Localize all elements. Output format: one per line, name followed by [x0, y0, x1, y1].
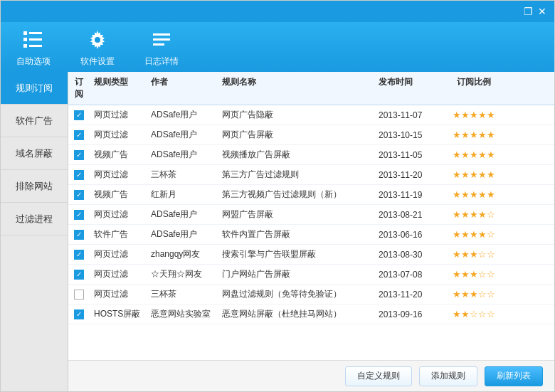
header-date: 发布时间	[374, 76, 445, 100]
sidebar: 规则订阅 软件广告 域名屏蔽 排除网站 过滤进程	[1, 72, 68, 391]
row-rating: ★★★★★	[445, 169, 502, 180]
row-date: 2013-11-20	[374, 290, 445, 300]
table-header: 订阅 规则类型 作者 规则名称 发布时间 订阅比例	[68, 72, 554, 105]
row-name: 网页广告屏蔽	[218, 129, 374, 141]
row-checkbox[interactable]	[68, 130, 90, 140]
toolbar-software-settings[interactable]: 软件设置	[76, 27, 119, 68]
row-date: 2013-11-20	[374, 170, 445, 180]
sidebar-item-domain-block[interactable]: 域名屏蔽	[1, 137, 68, 170]
custom-rule-button[interactable]: 自定义规则	[345, 366, 412, 386]
row-author: 三杯茶	[147, 169, 218, 181]
toolbar-log-details[interactable]: 日志详情	[140, 27, 183, 68]
sidebar-item-software-ads[interactable]: 软件广告	[1, 105, 68, 137]
row-rating: ★★★★★	[445, 129, 502, 140]
gear-icon	[85, 27, 110, 53]
close-button[interactable]: ✕	[536, 5, 549, 18]
table-row: 网页过滤 三杯茶 第三方广告过滤规则 2013-11-20 ★★★★★	[68, 165, 554, 185]
sidebar-item-rule-subscribe[interactable]: 规则订阅	[1, 72, 68, 105]
table-row: 网页过滤 ADSafe用户 网页广告屏蔽 2013-10-15 ★★★★★	[68, 125, 554, 145]
header-rating: 订阅比例	[445, 76, 502, 100]
row-name: 视频播放广告屏蔽	[218, 149, 374, 161]
row-rating: ★★★★★	[445, 110, 502, 120]
row-name: 软件内置广告屏蔽	[218, 228, 374, 240]
row-date: 2013-11-05	[374, 150, 445, 160]
table-row: 视频广告 红新月 第三方视频广告过滤规则（新） 2013-11-19 ★★★★★	[68, 185, 554, 205]
header-subscribe: 订阅	[68, 76, 90, 100]
titlebar: ❐ ✕	[1, 1, 554, 22]
row-checkbox[interactable]	[68, 309, 90, 319]
row-type: 软件广告	[90, 228, 147, 240]
row-rating: ★★★☆☆	[445, 289, 502, 300]
row-checkbox[interactable]	[68, 150, 90, 160]
row-name: 搜索引擎与广告联盟屏蔽	[218, 248, 374, 260]
row-checkbox[interactable]	[68, 230, 90, 240]
header-author: 作者	[147, 76, 218, 100]
row-type: 网页过滤	[90, 268, 147, 280]
row-checkbox[interactable]	[68, 110, 90, 120]
row-date: 2013-08-21	[374, 210, 445, 220]
row-type: 视频广告	[90, 189, 147, 201]
log-icon	[149, 27, 174, 53]
row-type: 网页过滤	[90, 288, 147, 300]
toolbar-software-settings-label: 软件设置	[80, 55, 115, 68]
header-type: 规则类型	[90, 76, 147, 100]
row-checkbox[interactable]	[68, 250, 90, 260]
row-name: 恶意网站屏蔽（杜绝挂马网站）	[218, 308, 374, 320]
row-name: 网盘过滤规则（免等待免验证）	[218, 288, 374, 300]
toolbar-log-details-label: 日志详情	[144, 55, 179, 68]
svg-rect-4	[23, 44, 27, 48]
row-name: 第三方广告过滤规则	[218, 169, 374, 181]
table-row: 网页过滤 ADSafe用户 网盟广告屏蔽 2013-08-21 ★★★★☆	[68, 205, 554, 225]
header-name: 规则名称	[218, 76, 374, 100]
table-row: 网页过滤 三杯茶 网盘过滤规则（免等待免验证） 2013-11-20 ★★★☆☆	[68, 285, 554, 304]
row-type: 网页过滤	[90, 109, 147, 121]
table-body: 网页过滤 ADSafe用户 网页广告隐蔽 2013-11-07 ★★★★★ 网页…	[68, 105, 554, 360]
table-row: 软件广告 ADSafe用户 软件内置广告屏蔽 2013-06-16 ★★★★☆	[68, 225, 554, 245]
sidebar-item-filter-process[interactable]: 过滤进程	[1, 203, 68, 235]
refresh-list-button[interactable]: 刷新列表	[485, 366, 543, 386]
toolbar-self-options[interactable]: 自助选项	[12, 27, 55, 68]
toolbar: 自助选项 软件设置 日志详情	[1, 22, 554, 72]
row-date: 2013-06-16	[374, 230, 445, 240]
row-rating: ★★★★☆	[445, 209, 502, 220]
row-type: 网页过滤	[90, 169, 147, 181]
table-row: HOSTS屏蔽 恶意网站实验室 恶意网站屏蔽（杜绝挂马网站） 2013-09-1…	[68, 304, 554, 324]
row-rating: ★★★☆☆	[445, 249, 502, 260]
table-row: 网页过滤 zhangqy网友 搜索引擎与广告联盟屏蔽 2013-08-30 ★★…	[68, 245, 554, 265]
row-rating: ★★☆☆☆	[445, 309, 502, 319]
svg-point-7	[95, 37, 100, 43]
row-checkbox[interactable]	[68, 210, 90, 220]
row-name: 网页广告隐蔽	[218, 109, 374, 121]
table-row: 网页过滤 ☆天翔☆网友 门户网站广告屏蔽 2013-07-08 ★★★☆☆	[68, 265, 554, 285]
row-author: ADSafe用户	[147, 208, 218, 221]
add-rule-button[interactable]: 添加规则	[419, 366, 477, 386]
row-author: ADSafe用户	[147, 129, 218, 141]
row-rating: ★★★★☆	[445, 229, 502, 240]
row-author: 恶意网站实验室	[147, 308, 218, 320]
svg-rect-5	[29, 45, 42, 47]
row-type: 视频广告	[90, 149, 147, 161]
row-date: 2013-08-30	[374, 250, 445, 260]
main-area: 规则订阅 软件广告 域名屏蔽 排除网站 过滤进程 订阅 规则类型 作者 规则名称…	[1, 72, 554, 391]
sidebar-item-exclude-site[interactable]: 排除网站	[1, 170, 68, 203]
row-author: ADSafe用户	[147, 109, 218, 121]
row-type: 网页过滤	[90, 248, 147, 260]
restore-button[interactable]: ❐	[522, 5, 534, 18]
row-checkbox[interactable]	[68, 170, 90, 180]
row-author: 红新月	[147, 189, 218, 201]
row-rating: ★★★★★	[445, 149, 502, 160]
row-checkbox[interactable]	[68, 290, 90, 300]
row-date: 2013-09-16	[374, 309, 445, 319]
row-author: ADSafe用户	[147, 149, 218, 161]
row-date: 2013-11-19	[374, 190, 445, 200]
svg-rect-2	[23, 38, 27, 41]
main-window: ❐ ✕ 自助选项	[0, 0, 555, 392]
toolbar-self-options-label: 自助选项	[16, 55, 51, 68]
svg-rect-0	[23, 31, 27, 35]
row-name: 第三方视频广告过滤规则（新）	[218, 189, 374, 201]
row-checkbox[interactable]	[68, 190, 90, 200]
table-row: 视频广告 ADSafe用户 视频播放广告屏蔽 2013-11-05 ★★★★★	[68, 145, 554, 165]
row-checkbox[interactable]	[68, 270, 90, 280]
row-type: 网页过滤	[90, 208, 147, 221]
list-icon	[21, 27, 46, 53]
